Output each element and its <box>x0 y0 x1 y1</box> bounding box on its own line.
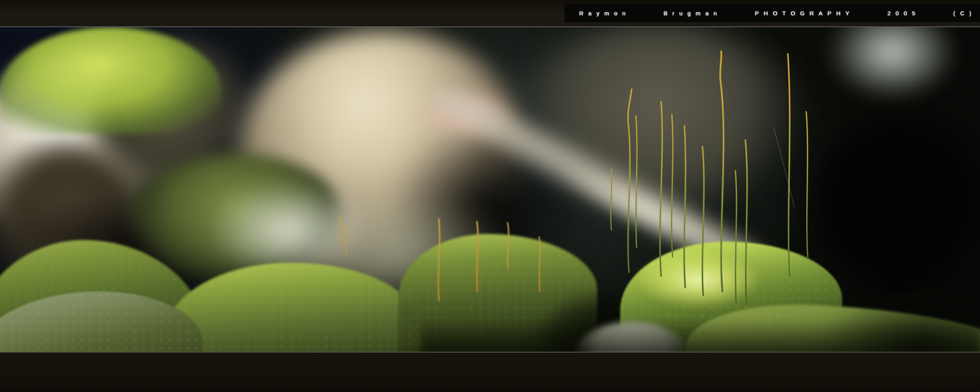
sporophyte-stalk <box>735 171 737 303</box>
sporophyte-stalk <box>660 102 662 276</box>
letterbox-bottom-bar <box>0 353 980 392</box>
sporophyte-stalk <box>628 89 632 272</box>
sporophyte-stalk <box>636 116 637 247</box>
sporophyte-stalk <box>438 219 439 301</box>
sporophyte-stalk <box>788 54 790 276</box>
sporophyte-stalk <box>539 237 540 291</box>
sporophyte-stalk <box>806 112 808 257</box>
credit-label: PHOTOGRAPHY <box>755 10 854 16</box>
stray-filament <box>773 127 794 207</box>
sporophyte-stalk <box>346 226 347 257</box>
sporophyte-stalk <box>340 216 341 245</box>
credit-year: 2005 <box>887 10 920 16</box>
sporophyte-stalk <box>611 169 612 230</box>
credit-last-name: Brugman <box>664 10 722 16</box>
sporophyte-stalk <box>477 222 478 291</box>
sporophyte-stalks <box>0 27 980 353</box>
sporophyte-stalk <box>745 140 747 303</box>
credit-bar: Raymon Brugman PHOTOGRAPHY 2005 (C) <box>565 4 980 22</box>
sporophyte-stalk <box>702 147 704 295</box>
sporophyte-stalk <box>684 126 686 287</box>
sporophyte-stalk <box>508 223 509 268</box>
sporophyte-stalk <box>671 114 673 257</box>
macro-moss-photo <box>0 26 980 353</box>
credit-first-name: Raymon <box>579 10 630 16</box>
credit-copyright: (C) <box>953 10 976 16</box>
photo-frame: Raymon Brugman PHOTOGRAPHY 2005 (C) <box>0 0 980 392</box>
sporophyte-stalk <box>720 51 724 291</box>
